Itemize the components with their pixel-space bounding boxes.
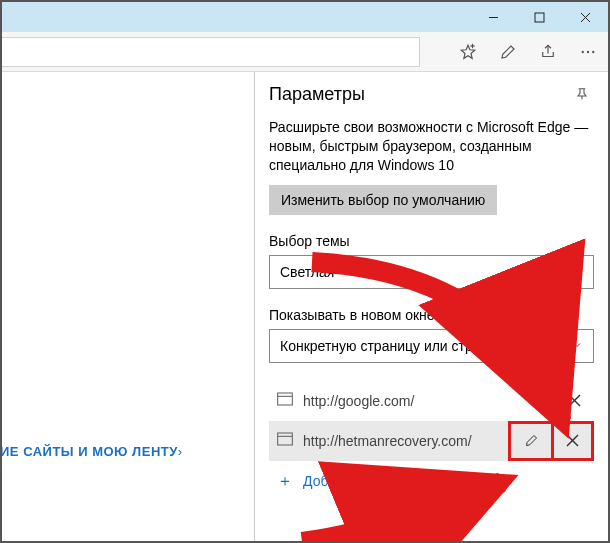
remove-page-button[interactable] <box>554 381 594 421</box>
theme-select-value: Светлая <box>280 264 334 280</box>
minimize-icon <box>488 12 499 23</box>
close-icon <box>580 12 591 23</box>
theme-select[interactable]: Светлая <box>269 255 594 289</box>
address-bar[interactable] <box>0 37 420 67</box>
annotation-highlight-box <box>508 421 594 461</box>
maximize-icon <box>534 12 545 23</box>
share-icon <box>539 43 557 61</box>
close-icon <box>566 434 579 447</box>
svg-point-8 <box>587 50 589 52</box>
top-sites-feed-link-text: ИЕ САЙТЫ И МОЮ ЛЕНТУ <box>0 444 178 459</box>
startup-select[interactable]: Конкретную страницу или страницы <box>269 329 594 363</box>
svg-rect-1 <box>535 13 544 22</box>
pin-icon <box>574 86 590 102</box>
window-maximize-button[interactable] <box>516 2 562 32</box>
window-close-button[interactable] <box>562 2 608 32</box>
chevron-down-icon <box>571 264 583 280</box>
svg-rect-10 <box>278 393 293 405</box>
chevron-right-icon: › <box>178 444 183 459</box>
remove-page-button[interactable] <box>551 424 591 458</box>
close-icon <box>568 394 581 407</box>
startup-page-row: http://google.com/ <box>269 381 594 421</box>
share-button[interactable] <box>528 32 568 72</box>
startup-page-row: http://hetmanrecovery.com/ <box>269 421 594 461</box>
settings-panel-title: Параметры <box>269 84 365 105</box>
settings-panel: Параметры Расширьте свои возможности с M… <box>254 72 608 541</box>
more-button[interactable] <box>568 32 608 72</box>
pencil-icon <box>524 433 539 448</box>
star-icon <box>459 43 477 61</box>
plus-icon: ＋ <box>277 471 293 492</box>
pin-panel-button[interactable] <box>570 82 594 106</box>
browser-toolbar <box>2 32 608 72</box>
add-page-label: Добавить новую страницу <box>303 473 472 489</box>
top-sites-feed-link[interactable]: ИЕ САЙТЫ И МОЮ ЛЕНТУ› <box>0 444 183 459</box>
page-icon <box>277 432 293 449</box>
favorites-button[interactable] <box>448 32 488 72</box>
svg-point-9 <box>592 50 594 52</box>
pen-icon <box>499 43 517 61</box>
svg-rect-14 <box>278 433 293 445</box>
startup-select-value: Конкретную страницу или страницы <box>280 338 514 354</box>
startup-page-url: http://google.com/ <box>303 393 544 409</box>
edit-page-button[interactable] <box>511 424 551 458</box>
ellipsis-icon <box>579 43 597 61</box>
chevron-down-icon <box>571 338 583 354</box>
web-notes-button[interactable] <box>488 32 528 72</box>
startup-page-url: http://hetmanrecovery.com/ <box>303 433 498 449</box>
page-icon <box>277 392 293 409</box>
add-page-button[interactable]: ＋ Добавить новую страницу <box>269 461 594 502</box>
edge-promo-text: Расширьте свои возможности с Microsoft E… <box>269 118 594 175</box>
startup-section-label: Показывать в новом окне Microsoft Edge <box>269 307 594 323</box>
change-default-button[interactable]: Изменить выбор по умолчанию <box>269 185 497 215</box>
window-titlebar <box>2 2 608 32</box>
svg-point-7 <box>582 50 584 52</box>
newtab-content-pane: ИЕ САЙТЫ И МОЮ ЛЕНТУ› <box>2 72 254 541</box>
window-minimize-button[interactable] <box>470 2 516 32</box>
theme-section-label: Выбор темы <box>269 233 594 249</box>
